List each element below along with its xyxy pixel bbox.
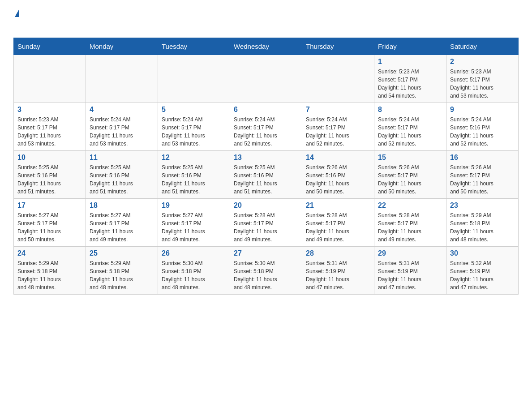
calendar-cell: 8Sunrise: 5:24 AM Sunset: 5:17 PM Daylig… (374, 103, 446, 151)
day-info: Sunrise: 5:32 AM Sunset: 5:19 PM Dayligh… (450, 259, 515, 291)
day-number: 3 (17, 106, 82, 114)
calendar-cell: 6Sunrise: 5:24 AM Sunset: 5:17 PM Daylig… (230, 103, 302, 151)
day-info: Sunrise: 5:24 AM Sunset: 5:17 PM Dayligh… (162, 116, 226, 148)
calendar-cell: 18Sunrise: 5:27 AM Sunset: 5:17 PM Dayli… (86, 199, 158, 247)
day-number: 10 (17, 154, 82, 162)
weekday-header-wednesday: Wednesday (230, 38, 302, 55)
calendar-cell (158, 55, 230, 103)
logo-arrow-icon (15, 9, 19, 17)
day-number: 9 (450, 106, 515, 114)
weekday-header-tuesday: Tuesday (158, 38, 230, 55)
page-header (13, 9, 519, 29)
calendar-cell: 22Sunrise: 5:28 AM Sunset: 5:17 PM Dayli… (374, 199, 446, 247)
calendar-cell: 20Sunrise: 5:28 AM Sunset: 5:17 PM Dayli… (230, 199, 302, 247)
calendar-cell: 26Sunrise: 5:30 AM Sunset: 5:18 PM Dayli… (158, 247, 230, 295)
calendar-cell: 27Sunrise: 5:30 AM Sunset: 5:18 PM Dayli… (230, 247, 302, 295)
day-number: 28 (306, 249, 370, 257)
calendar-cell: 23Sunrise: 5:29 AM Sunset: 5:18 PM Dayli… (446, 199, 519, 247)
day-info: Sunrise: 5:24 AM Sunset: 5:16 PM Dayligh… (450, 116, 515, 148)
day-info: Sunrise: 5:25 AM Sunset: 5:16 PM Dayligh… (234, 163, 298, 196)
day-number: 26 (162, 249, 226, 257)
day-info: Sunrise: 5:23 AM Sunset: 5:17 PM Dayligh… (17, 116, 82, 148)
calendar-cell: 4Sunrise: 5:24 AM Sunset: 5:17 PM Daylig… (86, 103, 158, 151)
day-info: Sunrise: 5:27 AM Sunset: 5:17 PM Dayligh… (162, 211, 226, 244)
calendar-week-row: 24Sunrise: 5:29 AM Sunset: 5:18 PM Dayli… (14, 247, 519, 295)
weekday-header-thursday: Thursday (302, 38, 374, 55)
calendar-cell (302, 55, 374, 103)
calendar-cell: 3Sunrise: 5:23 AM Sunset: 5:17 PM Daylig… (14, 103, 86, 151)
day-info: Sunrise: 5:25 AM Sunset: 5:16 PM Dayligh… (90, 163, 154, 196)
logo (13, 9, 19, 29)
day-number: 14 (306, 154, 370, 162)
calendar-cell: 2Sunrise: 5:23 AM Sunset: 5:17 PM Daylig… (446, 55, 519, 103)
day-info: Sunrise: 5:28 AM Sunset: 5:17 PM Dayligh… (306, 211, 370, 244)
day-number: 15 (378, 154, 442, 162)
weekday-header-sunday: Sunday (14, 38, 86, 55)
day-info: Sunrise: 5:27 AM Sunset: 5:17 PM Dayligh… (90, 211, 154, 244)
calendar-cell: 28Sunrise: 5:31 AM Sunset: 5:19 PM Dayli… (302, 247, 374, 295)
day-info: Sunrise: 5:26 AM Sunset: 5:16 PM Dayligh… (306, 163, 370, 196)
day-number: 5 (162, 106, 226, 114)
calendar-table: SundayMondayTuesdayWednesdayThursdayFrid… (13, 38, 519, 295)
day-number: 21 (306, 201, 370, 210)
calendar-cell: 25Sunrise: 5:29 AM Sunset: 5:18 PM Dayli… (86, 247, 158, 295)
calendar-cell: 24Sunrise: 5:29 AM Sunset: 5:18 PM Dayli… (14, 247, 86, 295)
day-info: Sunrise: 5:29 AM Sunset: 5:18 PM Dayligh… (17, 259, 82, 291)
day-number: 4 (90, 106, 154, 114)
calendar-cell: 13Sunrise: 5:25 AM Sunset: 5:16 PM Dayli… (230, 151, 302, 199)
day-number: 29 (378, 249, 442, 257)
calendar-cell: 21Sunrise: 5:28 AM Sunset: 5:17 PM Dayli… (302, 199, 374, 247)
day-number: 19 (162, 201, 226, 210)
day-info: Sunrise: 5:25 AM Sunset: 5:16 PM Dayligh… (162, 163, 226, 196)
day-number: 1 (378, 58, 442, 66)
day-number: 22 (378, 201, 442, 210)
day-number: 17 (17, 201, 82, 210)
day-number: 23 (450, 201, 515, 210)
calendar-cell: 5Sunrise: 5:24 AM Sunset: 5:17 PM Daylig… (158, 103, 230, 151)
calendar-cell: 11Sunrise: 5:25 AM Sunset: 5:16 PM Dayli… (86, 151, 158, 199)
day-info: Sunrise: 5:24 AM Sunset: 5:17 PM Dayligh… (306, 116, 370, 148)
calendar-cell: 30Sunrise: 5:32 AM Sunset: 5:19 PM Dayli… (446, 247, 519, 295)
day-number: 13 (234, 154, 298, 162)
day-number: 2 (450, 58, 515, 66)
calendar-week-row: 17Sunrise: 5:27 AM Sunset: 5:17 PM Dayli… (14, 199, 519, 247)
day-info: Sunrise: 5:31 AM Sunset: 5:19 PM Dayligh… (378, 259, 442, 291)
calendar-cell (14, 55, 86, 103)
day-number: 11 (90, 154, 154, 162)
day-info: Sunrise: 5:25 AM Sunset: 5:16 PM Dayligh… (17, 163, 82, 196)
day-number: 6 (234, 106, 298, 114)
day-info: Sunrise: 5:23 AM Sunset: 5:17 PM Dayligh… (378, 68, 442, 100)
day-info: Sunrise: 5:24 AM Sunset: 5:17 PM Dayligh… (378, 116, 442, 148)
calendar-cell: 15Sunrise: 5:26 AM Sunset: 5:17 PM Dayli… (374, 151, 446, 199)
weekday-header-monday: Monday (86, 38, 158, 55)
day-info: Sunrise: 5:29 AM Sunset: 5:18 PM Dayligh… (90, 259, 154, 291)
day-info: Sunrise: 5:30 AM Sunset: 5:18 PM Dayligh… (162, 259, 226, 291)
day-number: 7 (306, 106, 370, 114)
calendar-cell (230, 55, 302, 103)
day-info: Sunrise: 5:28 AM Sunset: 5:17 PM Dayligh… (234, 211, 298, 244)
day-number: 30 (450, 249, 515, 257)
day-info: Sunrise: 5:31 AM Sunset: 5:19 PM Dayligh… (306, 259, 370, 291)
day-number: 20 (234, 201, 298, 210)
day-number: 25 (90, 249, 154, 257)
calendar-cell: 19Sunrise: 5:27 AM Sunset: 5:17 PM Dayli… (158, 199, 230, 247)
calendar-cell (86, 55, 158, 103)
day-info: Sunrise: 5:30 AM Sunset: 5:18 PM Dayligh… (234, 259, 298, 291)
day-info: Sunrise: 5:24 AM Sunset: 5:17 PM Dayligh… (234, 116, 298, 148)
calendar-cell: 9Sunrise: 5:24 AM Sunset: 5:16 PM Daylig… (446, 103, 519, 151)
day-info: Sunrise: 5:26 AM Sunset: 5:17 PM Dayligh… (378, 163, 442, 196)
calendar-cell: 17Sunrise: 5:27 AM Sunset: 5:17 PM Dayli… (14, 199, 86, 247)
calendar-cell: 16Sunrise: 5:26 AM Sunset: 5:17 PM Dayli… (446, 151, 519, 199)
calendar-cell: 1Sunrise: 5:23 AM Sunset: 5:17 PM Daylig… (374, 55, 446, 103)
calendar-cell: 7Sunrise: 5:24 AM Sunset: 5:17 PM Daylig… (302, 103, 374, 151)
weekday-header-friday: Friday (374, 38, 446, 55)
day-info: Sunrise: 5:24 AM Sunset: 5:17 PM Dayligh… (90, 116, 154, 148)
day-info: Sunrise: 5:26 AM Sunset: 5:17 PM Dayligh… (450, 163, 515, 196)
calendar-week-row: 3Sunrise: 5:23 AM Sunset: 5:17 PM Daylig… (14, 103, 519, 151)
calendar-cell: 29Sunrise: 5:31 AM Sunset: 5:19 PM Dayli… (374, 247, 446, 295)
day-number: 18 (90, 201, 154, 210)
day-number: 8 (378, 106, 442, 114)
day-info: Sunrise: 5:27 AM Sunset: 5:17 PM Dayligh… (17, 211, 82, 244)
calendar-week-row: 1Sunrise: 5:23 AM Sunset: 5:17 PM Daylig… (14, 55, 519, 103)
calendar-week-row: 10Sunrise: 5:25 AM Sunset: 5:16 PM Dayli… (14, 151, 519, 199)
